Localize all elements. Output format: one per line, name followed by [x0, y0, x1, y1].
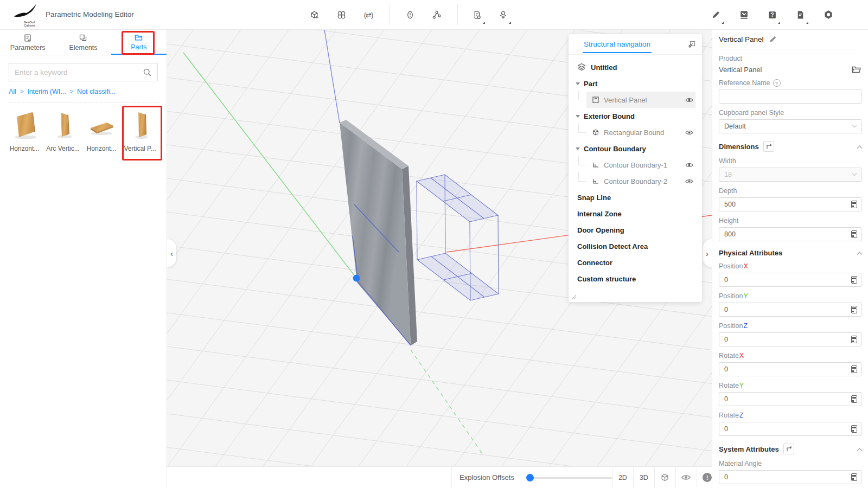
edit-pencil-icon[interactable] [705, 4, 726, 25]
structure-tree: Untitled Part Vertical Panel [569, 55, 702, 287]
position-z-label: PositionZ [719, 322, 861, 330]
tree-group-collision-detect-area[interactable]: Collision Detect Area [569, 238, 702, 254]
origin-point-dot[interactable] [353, 275, 360, 282]
visibility-toggle-button[interactable] [675, 467, 697, 488]
formula-calculator-icon[interactable] [851, 201, 857, 208]
formula-calculator-icon[interactable] [851, 276, 857, 284]
logo-text-line2: Cabinet [13, 24, 46, 27]
formula-calculator-icon[interactable] [851, 395, 857, 403]
activity-icon[interactable] [733, 4, 754, 25]
tree-root-untitled[interactable]: Untitled [569, 59, 702, 75]
rotate-x-input[interactable] [719, 362, 861, 376]
tab-parts[interactable]: Parts [111, 30, 167, 55]
position-x-input[interactable] [719, 273, 861, 287]
caret-down-icon[interactable] [576, 115, 580, 118]
model-cube-icon[interactable] [304, 4, 324, 25]
rotate-y-input[interactable] [719, 392, 861, 406]
search-input[interactable] [9, 68, 143, 76]
warnings-button[interactable]: ! [697, 467, 712, 488]
cube-view-button[interactable] [654, 467, 675, 488]
part-item-horizontal-flat[interactable]: Horizont... [85, 108, 118, 152]
collapse-section-icon[interactable] [857, 145, 863, 151]
depth-input[interactable] [719, 197, 861, 211]
visibility-eye-icon[interactable] [685, 97, 693, 103]
tree-group-custom-structure[interactable]: Custom structure [569, 271, 702, 287]
open-folder-icon[interactable] [852, 65, 861, 74]
collapse-section-icon[interactable] [857, 448, 863, 453]
y-axis-green [183, 53, 356, 278]
dimensions-link-icon[interactable] [763, 141, 774, 152]
tree-group-snap-line[interactable]: Snap Line [569, 189, 702, 206]
3d-viewport[interactable]: ‹ › Structural navigation Untitled [167, 30, 712, 488]
top-bar: SeaGull Cabinet Parametric Modeling Edit… [0, 0, 868, 30]
structural-navigation-title[interactable]: Structural navigation [583, 35, 652, 53]
expand-panel-icon[interactable] [688, 41, 695, 48]
position-z-input[interactable] [719, 332, 861, 346]
visibility-eye-icon[interactable] [685, 178, 693, 184]
system-attributes-section-header: System Attributes [719, 444, 861, 454]
tree-group-contour-boundary[interactable]: Contour Boundary [569, 140, 702, 157]
tree-group-connector[interactable]: Connector [569, 254, 702, 271]
panel-resize-handle[interactable] [571, 294, 577, 300]
rotate-y-field [719, 392, 861, 406]
formula-calculator-icon[interactable] [851, 230, 857, 238]
cupboard-style-select[interactable]: Default [719, 119, 861, 133]
pattern-icon[interactable] [331, 4, 352, 25]
tree-group-door-opening[interactable]: Door Opening [569, 222, 702, 238]
binding-icon[interactable] [400, 4, 420, 25]
tree-item-vertical-panel[interactable]: Vertical Panel [569, 92, 702, 108]
help-question-icon[interactable]: ? [773, 79, 781, 87]
formula-calculator-icon[interactable] [851, 425, 857, 433]
rotate-z-input[interactable] [719, 422, 861, 436]
tab-label: Parts [131, 43, 146, 51]
tree-group-exterior-bound[interactable]: Exterior Bound [569, 108, 702, 124]
tree-group-internal-zone[interactable]: Internal Zone [569, 206, 702, 222]
visibility-eye-icon[interactable] [685, 162, 693, 168]
part-item-horizontal-panel[interactable]: Horizont... [8, 108, 41, 152]
help-icon[interactable]: ? [762, 4, 782, 25]
caret-down-icon[interactable] [576, 147, 580, 150]
breadcrumb-not-classified[interactable]: Not classifi... [77, 88, 116, 95]
collapse-section-icon[interactable] [857, 252, 863, 257]
tree-item-contour-boundary-1[interactable]: Contour Boundary-1 [569, 157, 702, 173]
mode-2d-button[interactable]: 2D [612, 467, 633, 488]
formula-calculator-icon[interactable] [851, 306, 857, 313]
system-attributes-link-icon[interactable] [783, 444, 794, 454]
formula-calculator-icon[interactable] [851, 365, 857, 373]
visibility-eye-icon[interactable] [685, 130, 693, 136]
collapse-right-panel-handle[interactable]: › [703, 239, 712, 267]
breadcrumb: All > Interim (WI... > Not classifi... [9, 88, 158, 95]
settings-nut-icon[interactable] [818, 4, 839, 25]
part-item-arc-vertical[interactable]: Arc Vertic... [46, 108, 80, 152]
breadcrumb-interim[interactable]: Interim (WI... [27, 88, 66, 95]
height-input[interactable] [719, 227, 861, 241]
height-label: Height [719, 217, 861, 224]
swap-icon[interactable]: (⇄) [358, 4, 379, 25]
width-select[interactable]: 18 [719, 168, 861, 182]
anchor-pin-icon[interactable] [493, 4, 513, 25]
tree-group-part[interactable]: Part [569, 75, 702, 92]
parts-folder-icon [134, 33, 143, 42]
document-icon[interactable] [790, 4, 810, 25]
reference-name-input[interactable] [719, 89, 861, 104]
slider-thumb[interactable] [526, 474, 534, 481]
material-angle-input[interactable] [719, 470, 861, 484]
caret-down-icon[interactable] [576, 82, 580, 85]
search-icon[interactable] [143, 68, 152, 77]
tree-item-contour-boundary-2[interactable]: Contour Boundary-2 [569, 173, 702, 189]
mode-3d-button[interactable]: 3D [633, 467, 654, 488]
part-item-vertical-panel[interactable]: Vertical P... [123, 108, 157, 152]
physical-attributes-section-header: Physical Attributes [719, 249, 861, 257]
explosion-offsets-slider[interactable] [526, 474, 612, 481]
formula-calculator-icon[interactable] [851, 473, 857, 481]
document-export-icon[interactable] [467, 4, 487, 25]
share-icon[interactable] [426, 4, 446, 25]
formula-calculator-icon[interactable] [851, 336, 857, 343]
tab-parameters[interactable]: Parameters [0, 30, 55, 55]
breadcrumb-all[interactable]: All [9, 88, 16, 95]
tree-item-rectangular-bound[interactable]: Rectangular Bound [569, 124, 702, 140]
rename-pencil-icon[interactable] [769, 35, 777, 43]
tab-elements[interactable]: Elements [55, 30, 111, 55]
position-y-input[interactable] [719, 303, 861, 317]
slider-track[interactable] [526, 477, 612, 479]
